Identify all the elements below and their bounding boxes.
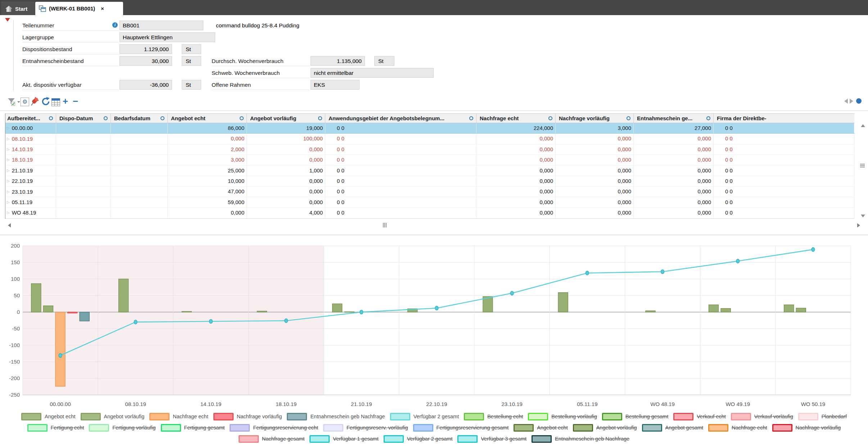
legend-item-verfuegbar-3-gesamt[interactable]: Verfügbar 3 gesamt bbox=[457, 435, 526, 443]
table-row[interactable]: ▷22.10.1910,0000,0000 00,0000,0000,0000 … bbox=[5, 176, 854, 186]
pager-right-icon[interactable] bbox=[850, 99, 853, 104]
row-expander-icon[interactable]: ▷ bbox=[7, 155, 10, 165]
vertical-scrollbar-grip[interactable] bbox=[860, 164, 865, 167]
legend-item-bestellung-vorlaeufig[interactable]: Bestellung vorläufig bbox=[528, 413, 597, 420]
row-expander-icon[interactable]: ▷ bbox=[7, 144, 10, 154]
column-header-dispo-datum[interactable]: Dispo-Datum bbox=[56, 114, 111, 123]
line-point[interactable] bbox=[134, 320, 137, 324]
line-point[interactable] bbox=[586, 271, 589, 275]
legend-item-fertigungsreservierung-echt[interactable]: Fertigungsreservierung echt bbox=[230, 424, 318, 432]
bar-angebot-echt[interactable] bbox=[709, 305, 719, 312]
column-filter-icon[interactable] bbox=[469, 116, 473, 120]
scroll-right-icon[interactable] bbox=[857, 223, 860, 227]
lagergruppe-input[interactable]: Hauptwerk Ettlingen bbox=[119, 32, 215, 42]
pin-button[interactable] bbox=[31, 96, 39, 106]
legend-item-planbedarf[interactable]: Planbedarf bbox=[798, 413, 847, 420]
legend-item-angebot-vorlaeufig[interactable]: Angebot vorläufig bbox=[81, 413, 145, 420]
line-point[interactable] bbox=[812, 248, 815, 252]
line-point[interactable] bbox=[59, 353, 62, 357]
scroll-up-icon[interactable] bbox=[861, 124, 865, 127]
table-row[interactable]: ▷WO 48.190,0004,0000 00,0000,0000,0000 0 bbox=[5, 208, 854, 218]
column-header-firma-der-direktbe[interactable]: Firma der Direktbe- bbox=[714, 114, 854, 123]
offene-rahmen-input[interactable]: EKS bbox=[311, 80, 360, 90]
legend-item-verfuegbar-2-gesamt[interactable]: Verfügbar 2 gesamt bbox=[390, 413, 459, 420]
legend-item-nachfrage-vorlaeufig[interactable]: Nachfrage vorläufig bbox=[772, 424, 841, 432]
bar-angebot-echt[interactable] bbox=[333, 304, 342, 312]
row-expander-icon[interactable]: ▷ bbox=[7, 166, 10, 176]
table-row[interactable]: ▷05.11.1959,0000,0000 00,0000,0000,0000 … bbox=[5, 197, 854, 208]
column-header-entnahmeschein-ge[interactable]: Entnahmeschein ge... bbox=[634, 114, 714, 123]
table-row[interactable]: ▷08.10.190,000100,0000 00,0000,0000,0000… bbox=[5, 134, 854, 144]
legend-item-angebot-echt[interactable]: Angebot echt bbox=[514, 424, 568, 432]
bar-angebot-echt[interactable] bbox=[784, 305, 794, 312]
column-filter-icon[interactable] bbox=[49, 116, 53, 120]
refresh-button[interactable] bbox=[41, 97, 50, 106]
add-row-button[interactable]: + bbox=[63, 96, 68, 106]
bar-entnahmeschein-geb-nachfrage[interactable] bbox=[80, 312, 89, 321]
scroll-left-icon[interactable] bbox=[8, 223, 11, 227]
scroll-down-icon[interactable] bbox=[861, 215, 865, 217]
column-filter-icon[interactable] bbox=[627, 116, 630, 120]
column-filter-icon[interactable] bbox=[318, 116, 322, 120]
table-row[interactable]: ▷14.10.192,0000,0000 00,0000,0000,0000 0 bbox=[5, 144, 854, 155]
bar-angebot-echt[interactable] bbox=[558, 293, 568, 312]
durchsch-wochenverbrauch-input[interactable]: 1.135,000 bbox=[311, 56, 365, 66]
legend-item-fertigungsreservierung-gesamt[interactable]: Fertigungsreservierung gesamt bbox=[413, 424, 509, 432]
column-header-angebot-echt[interactable]: Angebot echt bbox=[168, 114, 247, 123]
legend-item-angebot-gesamt[interactable]: Angebot gesamt bbox=[642, 424, 704, 432]
line-point[interactable] bbox=[285, 319, 288, 323]
bar-angebot-vorlaeufig[interactable] bbox=[796, 308, 806, 312]
row-expander-icon[interactable]: ▷ bbox=[7, 187, 10, 197]
line-point[interactable] bbox=[435, 306, 438, 310]
legend-item-fertigung-echt[interactable]: Fertigung echt bbox=[27, 424, 84, 432]
column-header-anwendungsgebiet-der-angebotsbelegnum[interactable]: Anwendungsgebiet der Angebotsbelegnum... bbox=[325, 114, 476, 123]
bar-angebot-vorlaeufig[interactable] bbox=[119, 279, 128, 312]
table-row[interactable]: ▷21.10.1925,0001,0000 00,0000,0000,0000 … bbox=[5, 166, 854, 176]
legend-item-nachfrage-echt[interactable]: Nachfrage echt bbox=[708, 424, 767, 432]
row-expander-icon[interactable]: ▷ bbox=[7, 123, 10, 133]
legend-item-nachfrage-gesamt[interactable]: Nachfrage gesamt bbox=[239, 435, 304, 443]
line-point[interactable] bbox=[360, 310, 363, 314]
legend-item-angebot-echt[interactable]: Angebot echt bbox=[21, 413, 75, 420]
legend-item-entnahmeschein-geb-nachfrage[interactable]: Entnahmeschein geb Nachfrage bbox=[532, 435, 629, 443]
table-row[interactable]: ▷23.10.1947,0000,0000 00,0000,0000,0000 … bbox=[5, 186, 854, 197]
tab-start[interactable]: Start bbox=[1, 2, 35, 15]
column-filter-icon[interactable] bbox=[161, 116, 164, 120]
schweb-wochenverbrauch-input[interactable]: nicht ermittelbar bbox=[311, 68, 434, 78]
legend-item-fertigung-gesamt[interactable]: Fertigung gesamt bbox=[161, 424, 225, 432]
column-header-bedarfsdatum[interactable]: Bedarfsdatum bbox=[111, 114, 168, 123]
remove-row-button[interactable]: − bbox=[73, 96, 78, 106]
bar-nachfrage-echt[interactable] bbox=[55, 312, 65, 386]
pager-dot-icon[interactable] bbox=[856, 98, 862, 104]
column-filter-icon[interactable] bbox=[548, 116, 552, 120]
table-row[interactable]: ▷18.10.193,0000,0000 00,0000,0000,0000 0 bbox=[5, 155, 854, 165]
bar-angebot-vorlaeufig[interactable] bbox=[646, 311, 655, 312]
tab-close-button[interactable]: × bbox=[101, 5, 104, 12]
legend-item-verkauf-vorlaeufig[interactable]: Verkauf vorläufig bbox=[731, 413, 793, 420]
column-filter-icon[interactable] bbox=[240, 116, 244, 120]
legend-item-angebot-vorlaeufig[interactable]: Angebot vorläufig bbox=[573, 424, 637, 432]
legend-item-bestellung-gesamt[interactable]: Bestellung gesamt bbox=[602, 413, 668, 420]
entnahmescheinbestand-input[interactable]: 30,000 bbox=[119, 56, 172, 66]
column-header-nachfrage-echt[interactable]: Nachfrage echt bbox=[476, 114, 556, 123]
column-header-aufbereitet[interactable]: Aufbereitet... bbox=[5, 114, 56, 123]
settings-button[interactable]: ⚙ bbox=[21, 98, 29, 106]
legend-item-fertigungsreserv-vorlaeufig[interactable]: Fertigungsreserv. vorläufig bbox=[323, 424, 408, 432]
legend-item-verkauf-echt[interactable]: Verkauf echt bbox=[673, 413, 726, 420]
bar-angebot-echt[interactable] bbox=[182, 311, 191, 312]
bar-nachfrage-vorlaeufig[interactable] bbox=[68, 312, 77, 313]
line-point[interactable] bbox=[736, 259, 740, 263]
column-filter-icon[interactable] bbox=[104, 116, 108, 120]
collapse-marker-icon[interactable] bbox=[5, 18, 10, 22]
bar-angebot-vorlaeufig[interactable] bbox=[43, 306, 53, 312]
legend-item-verfuegbar-1-gesamt[interactable]: Verfügbar 1 gesamt bbox=[309, 435, 379, 443]
legend-item-entnahmeschein-geb-nachfrage[interactable]: Entnahmeschein geb Nachfrage bbox=[287, 413, 385, 420]
legend-item-fertigung-vorlaeufig[interactable]: Fertigung vorläufig bbox=[89, 424, 155, 432]
legend-item-bestellung-echt[interactable]: Bestellung echt bbox=[464, 413, 523, 420]
table-view-button[interactable] bbox=[51, 98, 60, 107]
column-header-angebot-vorlaeufig[interactable]: Angebot vorläufig bbox=[247, 114, 325, 123]
akt-dispositiv-input[interactable]: -36,000 bbox=[119, 80, 172, 90]
line-point[interactable] bbox=[661, 270, 664, 274]
info-icon[interactable]: i bbox=[112, 22, 118, 28]
row-expander-icon[interactable]: ▷ bbox=[7, 176, 10, 186]
